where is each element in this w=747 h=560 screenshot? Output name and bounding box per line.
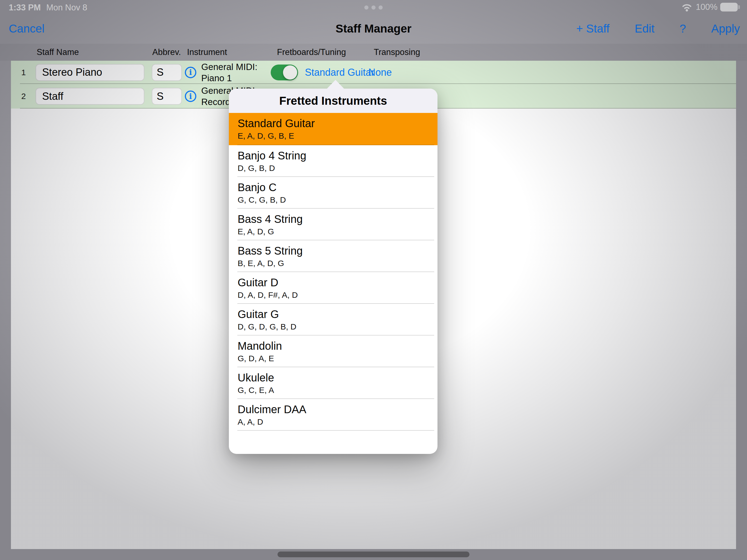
staff-manager-screen: 1:33 PM Mon Nov 8 100% Cancel Staff Mana… (0, 0, 747, 560)
column-header-fretboards: Fretboards/Tuning (277, 47, 346, 57)
nav-bar: Cancel Staff Manager + Staff Edit ? Appl… (0, 14, 747, 44)
staff-name-input[interactable] (35, 88, 145, 105)
fretted-instruments-popover: Fretted Instruments Standard Guitar E, A… (229, 88, 437, 454)
multitask-dots-icon (364, 5, 383, 9)
page-title: Staff Manager (335, 22, 412, 35)
instrument-option-banjo-c[interactable]: Banjo C G, C, G, B, D (229, 177, 437, 209)
row-number: 1 (15, 68, 32, 77)
column-header-staff-name: Staff Name (36, 47, 79, 57)
fretted-instruments-list: Standard Guitar E, A, D, G, B, E Banjo 4… (229, 113, 437, 431)
fretboard-toggle[interactable] (271, 65, 298, 80)
instrument-info-icon[interactable]: i (185, 67, 196, 78)
toggle-knob (283, 65, 297, 80)
instrument-line2: Piano 1 (201, 73, 257, 84)
popover-header: Fretted Instruments (229, 88, 437, 113)
edit-button[interactable]: Edit (635, 22, 654, 35)
wifi-icon (680, 2, 693, 12)
instrument-option-guitar-d[interactable]: Guitar D D, A, D, F#, A, D (229, 272, 437, 304)
instrument-option-dulcimer-daa[interactable]: Dulcimer DAA A, A, D (229, 399, 437, 431)
table-header-row: Staff Name Abbrev. Instrument Fretboards… (0, 44, 747, 61)
clock-date: Mon Nov 8 (46, 3, 87, 12)
cancel-button[interactable]: Cancel (9, 22, 45, 35)
staff-name-input[interactable] (35, 64, 145, 81)
abbrev-input[interactable] (152, 64, 182, 81)
fretboard-tuning-link[interactable]: Standard Guitar (305, 67, 374, 78)
apply-button[interactable]: Apply (711, 22, 740, 35)
instrument-info-icon[interactable]: i (185, 91, 196, 102)
column-header-abbrev: Abbrev. (152, 47, 181, 57)
battery-percent: 100% (696, 2, 718, 12)
instrument-option-bass-5-string[interactable]: Bass 5 String B, E, A, D, G (229, 240, 437, 272)
instrument-option-guitar-g[interactable]: Guitar G D, G, D, G, B, D (229, 304, 437, 335)
column-header-instrument: Instrument (187, 47, 227, 57)
clock-time: 1:33 PM (9, 3, 41, 12)
column-header-transposing: Transposing (374, 47, 420, 57)
instrument-option-bass-4-string[interactable]: Bass 4 String E, A, D, G (229, 209, 437, 240)
row-number: 2 (15, 92, 32, 101)
instrument-option-banjo-4-string[interactable]: Banjo 4 String D, G, B, D (229, 145, 437, 177)
instrument-option-standard-guitar[interactable]: Standard Guitar E, A, D, G, B, E (229, 113, 437, 145)
instrument-option-ukulele[interactable]: Ukulele G, C, E, A (229, 367, 437, 399)
help-button[interactable]: ? (680, 22, 686, 35)
status-bar: 1:33 PM Mon Nov 8 100% (0, 0, 747, 14)
transposing-link[interactable]: None (368, 67, 392, 78)
popover-title: Fretted Instruments (279, 94, 387, 107)
instrument-option-mandolin[interactable]: Mandolin G, D, A, E (229, 335, 437, 367)
instrument-label: General MIDI: Piano 1 (201, 61, 257, 84)
abbrev-input[interactable] (152, 88, 182, 105)
instrument-line1: General MIDI: (201, 61, 257, 73)
add-staff-button[interactable]: + Staff (576, 22, 610, 35)
battery-icon (720, 3, 738, 11)
home-indicator[interactable] (278, 552, 469, 557)
staff-row-1: 1 i General MIDI: Piano 1 Standard Guita… (11, 61, 736, 84)
